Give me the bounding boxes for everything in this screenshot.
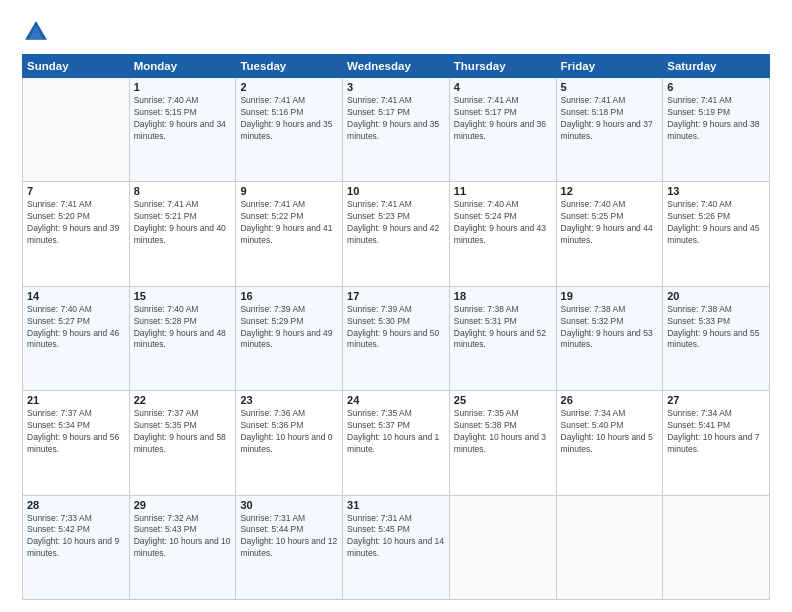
day-info: Sunrise: 7:41 AMSunset: 5:21 PMDaylight:… — [134, 199, 232, 247]
day-number: 10 — [347, 185, 445, 197]
calendar-cell: 27Sunrise: 7:34 AMSunset: 5:41 PMDayligh… — [663, 391, 770, 495]
calendar-cell: 24Sunrise: 7:35 AMSunset: 5:37 PMDayligh… — [343, 391, 450, 495]
day-info: Sunrise: 7:41 AMSunset: 5:22 PMDaylight:… — [240, 199, 338, 247]
day-number: 25 — [454, 394, 552, 406]
calendar-cell — [449, 495, 556, 599]
day-info: Sunrise: 7:39 AMSunset: 5:30 PMDaylight:… — [347, 304, 445, 352]
day-number: 26 — [561, 394, 659, 406]
day-info: Sunrise: 7:37 AMSunset: 5:34 PMDaylight:… — [27, 408, 125, 456]
day-number: 7 — [27, 185, 125, 197]
day-info: Sunrise: 7:40 AMSunset: 5:26 PMDaylight:… — [667, 199, 765, 247]
day-info: Sunrise: 7:38 AMSunset: 5:32 PMDaylight:… — [561, 304, 659, 352]
day-info: Sunrise: 7:31 AMSunset: 5:45 PMDaylight:… — [347, 513, 445, 561]
day-number: 8 — [134, 185, 232, 197]
page-header — [22, 18, 770, 46]
day-info: Sunrise: 7:35 AMSunset: 5:37 PMDaylight:… — [347, 408, 445, 456]
day-number: 2 — [240, 81, 338, 93]
calendar-cell: 18Sunrise: 7:38 AMSunset: 5:31 PMDayligh… — [449, 286, 556, 390]
day-number: 18 — [454, 290, 552, 302]
calendar-week-row: 7Sunrise: 7:41 AMSunset: 5:20 PMDaylight… — [23, 182, 770, 286]
calendar-cell: 12Sunrise: 7:40 AMSunset: 5:25 PMDayligh… — [556, 182, 663, 286]
weekday-header-monday: Monday — [129, 55, 236, 78]
day-info: Sunrise: 7:38 AMSunset: 5:31 PMDaylight:… — [454, 304, 552, 352]
day-info: Sunrise: 7:33 AMSunset: 5:42 PMDaylight:… — [27, 513, 125, 561]
calendar-cell: 17Sunrise: 7:39 AMSunset: 5:30 PMDayligh… — [343, 286, 450, 390]
weekday-header-row: SundayMondayTuesdayWednesdayThursdayFrid… — [23, 55, 770, 78]
calendar-cell: 23Sunrise: 7:36 AMSunset: 5:36 PMDayligh… — [236, 391, 343, 495]
calendar-cell: 7Sunrise: 7:41 AMSunset: 5:20 PMDaylight… — [23, 182, 130, 286]
weekday-header-friday: Friday — [556, 55, 663, 78]
day-number: 19 — [561, 290, 659, 302]
day-info: Sunrise: 7:41 AMSunset: 5:17 PMDaylight:… — [454, 95, 552, 143]
day-number: 20 — [667, 290, 765, 302]
calendar-cell: 5Sunrise: 7:41 AMSunset: 5:18 PMDaylight… — [556, 78, 663, 182]
calendar-cell: 15Sunrise: 7:40 AMSunset: 5:28 PMDayligh… — [129, 286, 236, 390]
calendar-cell — [23, 78, 130, 182]
day-number: 6 — [667, 81, 765, 93]
day-number: 28 — [27, 499, 125, 511]
day-info: Sunrise: 7:41 AMSunset: 5:20 PMDaylight:… — [27, 199, 125, 247]
day-number: 3 — [347, 81, 445, 93]
calendar-cell: 10Sunrise: 7:41 AMSunset: 5:23 PMDayligh… — [343, 182, 450, 286]
day-number: 1 — [134, 81, 232, 93]
day-number: 29 — [134, 499, 232, 511]
day-info: Sunrise: 7:38 AMSunset: 5:33 PMDaylight:… — [667, 304, 765, 352]
weekday-header-saturday: Saturday — [663, 55, 770, 78]
day-info: Sunrise: 7:34 AMSunset: 5:41 PMDaylight:… — [667, 408, 765, 456]
calendar-cell: 11Sunrise: 7:40 AMSunset: 5:24 PMDayligh… — [449, 182, 556, 286]
calendar-week-row: 14Sunrise: 7:40 AMSunset: 5:27 PMDayligh… — [23, 286, 770, 390]
day-number: 14 — [27, 290, 125, 302]
day-info: Sunrise: 7:40 AMSunset: 5:25 PMDaylight:… — [561, 199, 659, 247]
day-info: Sunrise: 7:40 AMSunset: 5:28 PMDaylight:… — [134, 304, 232, 352]
day-info: Sunrise: 7:40 AMSunset: 5:15 PMDaylight:… — [134, 95, 232, 143]
weekday-header-tuesday: Tuesday — [236, 55, 343, 78]
day-number: 16 — [240, 290, 338, 302]
day-info: Sunrise: 7:40 AMSunset: 5:24 PMDaylight:… — [454, 199, 552, 247]
calendar-cell: 16Sunrise: 7:39 AMSunset: 5:29 PMDayligh… — [236, 286, 343, 390]
calendar-cell: 20Sunrise: 7:38 AMSunset: 5:33 PMDayligh… — [663, 286, 770, 390]
calendar-cell: 14Sunrise: 7:40 AMSunset: 5:27 PMDayligh… — [23, 286, 130, 390]
calendar-cell: 9Sunrise: 7:41 AMSunset: 5:22 PMDaylight… — [236, 182, 343, 286]
day-number: 30 — [240, 499, 338, 511]
day-info: Sunrise: 7:31 AMSunset: 5:44 PMDaylight:… — [240, 513, 338, 561]
day-info: Sunrise: 7:39 AMSunset: 5:29 PMDaylight:… — [240, 304, 338, 352]
calendar-cell: 19Sunrise: 7:38 AMSunset: 5:32 PMDayligh… — [556, 286, 663, 390]
weekday-header-thursday: Thursday — [449, 55, 556, 78]
calendar-cell: 30Sunrise: 7:31 AMSunset: 5:44 PMDayligh… — [236, 495, 343, 599]
day-number: 5 — [561, 81, 659, 93]
day-number: 24 — [347, 394, 445, 406]
calendar-cell: 21Sunrise: 7:37 AMSunset: 5:34 PMDayligh… — [23, 391, 130, 495]
weekday-header-wednesday: Wednesday — [343, 55, 450, 78]
calendar-cell: 22Sunrise: 7:37 AMSunset: 5:35 PMDayligh… — [129, 391, 236, 495]
calendar-cell: 8Sunrise: 7:41 AMSunset: 5:21 PMDaylight… — [129, 182, 236, 286]
day-number: 22 — [134, 394, 232, 406]
calendar-cell: 25Sunrise: 7:35 AMSunset: 5:38 PMDayligh… — [449, 391, 556, 495]
day-info: Sunrise: 7:34 AMSunset: 5:40 PMDaylight:… — [561, 408, 659, 456]
day-info: Sunrise: 7:37 AMSunset: 5:35 PMDaylight:… — [134, 408, 232, 456]
calendar-cell — [663, 495, 770, 599]
day-info: Sunrise: 7:41 AMSunset: 5:16 PMDaylight:… — [240, 95, 338, 143]
day-number: 23 — [240, 394, 338, 406]
calendar-cell — [556, 495, 663, 599]
calendar-cell: 31Sunrise: 7:31 AMSunset: 5:45 PMDayligh… — [343, 495, 450, 599]
calendar-cell: 1Sunrise: 7:40 AMSunset: 5:15 PMDaylight… — [129, 78, 236, 182]
day-number: 12 — [561, 185, 659, 197]
logo — [22, 18, 54, 46]
calendar-cell: 13Sunrise: 7:40 AMSunset: 5:26 PMDayligh… — [663, 182, 770, 286]
calendar-week-row: 21Sunrise: 7:37 AMSunset: 5:34 PMDayligh… — [23, 391, 770, 495]
calendar-cell: 2Sunrise: 7:41 AMSunset: 5:16 PMDaylight… — [236, 78, 343, 182]
day-info: Sunrise: 7:40 AMSunset: 5:27 PMDaylight:… — [27, 304, 125, 352]
day-info: Sunrise: 7:35 AMSunset: 5:38 PMDaylight:… — [454, 408, 552, 456]
day-info: Sunrise: 7:41 AMSunset: 5:17 PMDaylight:… — [347, 95, 445, 143]
day-number: 11 — [454, 185, 552, 197]
day-number: 9 — [240, 185, 338, 197]
day-number: 27 — [667, 394, 765, 406]
calendar-week-row: 1Sunrise: 7:40 AMSunset: 5:15 PMDaylight… — [23, 78, 770, 182]
calendar-cell: 29Sunrise: 7:32 AMSunset: 5:43 PMDayligh… — [129, 495, 236, 599]
day-number: 21 — [27, 394, 125, 406]
calendar-cell: 4Sunrise: 7:41 AMSunset: 5:17 PMDaylight… — [449, 78, 556, 182]
calendar-cell: 6Sunrise: 7:41 AMSunset: 5:19 PMDaylight… — [663, 78, 770, 182]
day-number: 17 — [347, 290, 445, 302]
weekday-header-sunday: Sunday — [23, 55, 130, 78]
day-info: Sunrise: 7:41 AMSunset: 5:18 PMDaylight:… — [561, 95, 659, 143]
